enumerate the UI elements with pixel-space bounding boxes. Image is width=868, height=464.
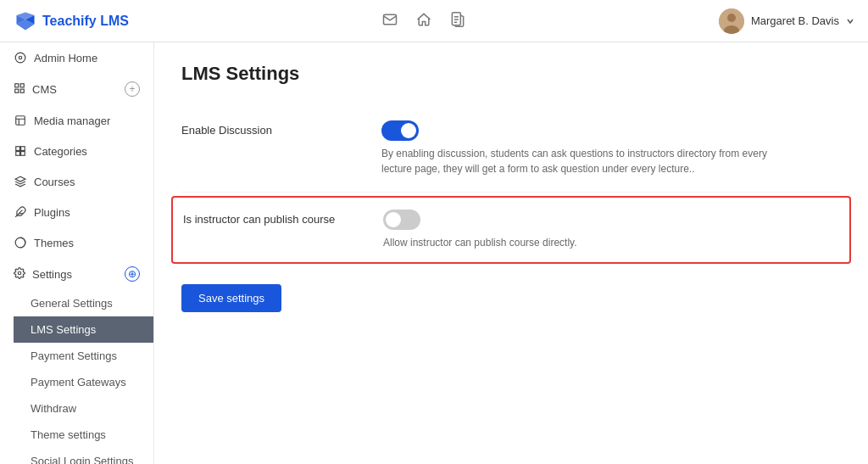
sidebar-item-courses-label: Courses <box>34 176 75 188</box>
svg-point-8 <box>727 14 736 22</box>
svg-point-10 <box>19 56 22 59</box>
sidebar-item-settings[interactable]: Settings ⊕ <box>0 258 153 290</box>
sidebar-sub-item-payment-settings[interactable]: Payment Settings <box>14 343 153 369</box>
instructor-publish-toggle[interactable] <box>383 210 420 230</box>
enable-discussion-description: By enabling discussion, students can ask… <box>381 146 771 176</box>
svg-rect-16 <box>16 116 25 126</box>
user-name: Margaret B. Davis <box>751 14 839 27</box>
settings-submenu: General Settings LMS Settings Payment Se… <box>0 290 153 464</box>
svg-rect-17 <box>16 147 20 151</box>
sidebar-item-themes[interactable]: Themes <box>0 227 153 258</box>
enable-discussion-slider <box>381 120 419 141</box>
settings-icon <box>14 267 25 282</box>
sidebar-item-media-manager[interactable]: Media manager <box>0 105 153 136</box>
plugins-icon <box>14 205 27 219</box>
sidebar-sub-item-payment-gateways[interactable]: Payment Gateways <box>14 369 153 395</box>
topnav-icons <box>381 11 466 31</box>
instructor-publish-slider <box>383 210 420 230</box>
home-icon[interactable] <box>415 11 432 31</box>
svg-rect-15 <box>15 89 19 92</box>
svg-rect-6 <box>452 13 460 25</box>
enable-discussion-toggle[interactable] <box>381 120 419 141</box>
sidebar-sub-item-theme-settings[interactable]: Theme settings <box>14 422 153 448</box>
categories-icon <box>14 144 27 158</box>
enable-discussion-label: Enable Discussion <box>181 120 368 137</box>
avatar <box>719 8 744 34</box>
svg-point-24 <box>18 271 21 275</box>
sidebar-sub-item-general-settings[interactable]: General Settings <box>14 290 153 316</box>
sidebar-item-categories-label: Categories <box>34 145 87 158</box>
document-icon[interactable] <box>449 11 466 31</box>
sidebar: Admin Home CMS + <box>0 42 154 464</box>
app: Teachify LMS <box>0 0 868 464</box>
instructor-publish-content: Allow instructor can publish course dire… <box>383 210 839 250</box>
svg-rect-13 <box>20 83 24 87</box>
themes-icon <box>14 236 27 249</box>
sidebar-item-admin-home[interactable]: Admin Home <box>0 42 153 73</box>
sidebar-item-categories[interactable]: Categories <box>0 136 153 166</box>
instructor-publish-row: Is instructor can publish course Allow i… <box>171 196 851 264</box>
svg-point-11 <box>15 53 25 63</box>
sidebar-item-settings-label: Settings <box>32 268 72 281</box>
enable-discussion-content: By enabling discussion, students can ask… <box>381 120 841 176</box>
sidebar-item-admin-home-label: Admin Home <box>34 52 97 64</box>
svg-rect-20 <box>21 152 25 156</box>
cms-expand-icon: + <box>125 81 140 97</box>
sidebar-item-themes-label: Themes <box>34 237 74 249</box>
topnav-user[interactable]: Margaret B. Davis <box>719 8 854 34</box>
logo-icon <box>14 9 37 33</box>
svg-rect-19 <box>16 152 20 156</box>
sidebar-item-media-manager-label: Media manager <box>34 115 110 127</box>
media-manager-icon <box>14 114 27 127</box>
sidebar-item-plugins-label: Plugins <box>34 206 70 219</box>
admin-home-icon <box>14 51 27 64</box>
cms-icon <box>14 82 25 97</box>
sidebar-sub-item-withdraw[interactable]: Withdraw <box>14 395 153 422</box>
instructor-publish-description: Allow instructor can publish course dire… <box>383 235 773 250</box>
sidebar-item-courses[interactable]: Courses <box>0 166 153 197</box>
sidebar-item-cms-label: CMS <box>32 83 57 96</box>
page-title: LMS Settings <box>181 63 841 85</box>
settings-expand-icon: ⊕ <box>125 266 140 282</box>
courses-icon <box>14 175 27 188</box>
body: Admin Home CMS + <box>0 42 868 464</box>
topnav: Teachify LMS <box>0 0 868 42</box>
sidebar-item-plugins[interactable]: Plugins <box>0 197 153 227</box>
logo-text: Teachify LMS <box>42 14 129 29</box>
sidebar-sub-item-lms-settings[interactable]: LMS Settings <box>14 316 153 343</box>
logo[interactable]: Teachify LMS <box>14 9 129 33</box>
sidebar-item-cms[interactable]: CMS + <box>0 73 153 105</box>
instructor-publish-label: Is instructor can publish course <box>183 210 370 226</box>
svg-rect-18 <box>21 147 25 151</box>
svg-rect-12 <box>15 83 19 87</box>
enable-discussion-row: Enable Discussion By enabling discussion… <box>181 105 841 193</box>
sidebar-sub-item-social-login-settings[interactable]: Social Login Settings <box>14 448 153 464</box>
main-content: LMS Settings Enable Discussion By enabli… <box>154 42 868 464</box>
email-icon[interactable] <box>381 11 398 31</box>
chevron-down-icon <box>846 17 854 25</box>
save-settings-button[interactable]: Save settings <box>181 284 281 312</box>
svg-rect-14 <box>20 89 24 92</box>
